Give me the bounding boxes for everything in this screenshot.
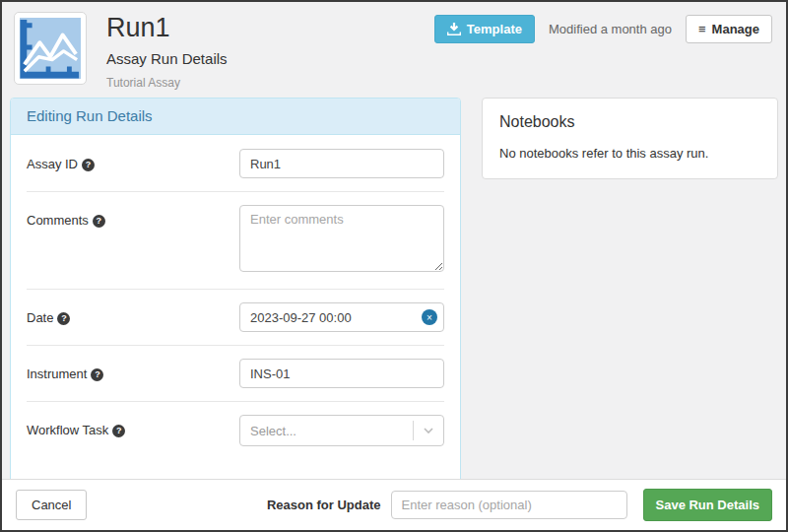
date-input[interactable]	[239, 302, 444, 332]
comments-label-text: Comments	[27, 213, 89, 228]
main-content: Editing Run Details Assay ID? Comments?	[2, 98, 786, 493]
menu-icon: ≡	[698, 22, 706, 36]
date-control: ×	[239, 302, 444, 332]
cancel-button[interactable]: Cancel	[16, 490, 87, 520]
help-icon[interactable]: ?	[93, 215, 105, 228]
instrument-row: Instrument?	[27, 359, 444, 388]
page-header: Run1 Assay Run Details Tutorial Assay Te…	[2, 2, 786, 98]
footer-action-bar: Cancel Reason for Update Save Run Detail…	[2, 479, 786, 530]
row-divider	[27, 401, 444, 402]
help-icon[interactable]: ?	[91, 368, 103, 381]
comments-label: Comments?	[27, 205, 239, 276]
notebooks-heading: Notebooks	[499, 113, 760, 131]
edit-panel-body: Assay ID? Comments?	[11, 135, 460, 492]
instrument-label-text: Instrument	[27, 366, 87, 381]
date-row: Date? ×	[27, 302, 444, 332]
assay-id-row: Assay ID?	[27, 149, 444, 178]
edit-run-details-panel: Editing Run Details Assay ID? Comments?	[10, 98, 461, 493]
instrument-control	[239, 359, 444, 388]
assay-id-label-text: Assay ID	[27, 157, 78, 171]
row-divider	[27, 345, 444, 346]
template-button[interactable]: Template	[434, 15, 535, 43]
row-divider	[27, 191, 444, 192]
comments-textarea[interactable]	[239, 205, 444, 272]
help-icon[interactable]: ?	[112, 425, 125, 437]
manage-button[interactable]: ≡ Manage	[686, 15, 772, 43]
footer-right-group: Reason for Update Save Run Details	[267, 489, 772, 521]
select-placeholder: Select...	[240, 424, 413, 438]
help-icon[interactable]: ?	[82, 159, 95, 171]
notebooks-empty-message: No notebooks refer to this assay run.	[499, 146, 760, 161]
reason-for-update-label: Reason for Update	[267, 498, 381, 512]
comments-control	[239, 205, 444, 276]
instrument-label: Instrument?	[27, 359, 239, 388]
assay-id-control	[239, 149, 444, 178]
template-button-label: Template	[467, 22, 522, 36]
assay-id-label: Assay ID?	[27, 149, 239, 178]
assay-chart-icon	[14, 12, 87, 85]
workflow-task-control: Select...	[239, 415, 444, 446]
assay-id-input[interactable]	[239, 149, 444, 178]
edit-panel-heading: Editing Run Details	[11, 99, 460, 135]
date-label: Date?	[27, 302, 239, 332]
assay-name: Tutorial Assay	[106, 76, 774, 90]
assay-run-details-window: Run1 Assay Run Details Tutorial Assay Te…	[0, 0, 788, 532]
comments-row: Comments?	[27, 205, 444, 276]
line-chart-icon	[20, 18, 81, 79]
manage-button-label: Manage	[712, 22, 759, 36]
workflow-task-label-text: Workflow Task	[27, 423, 108, 437]
date-input-wrapper: ×	[239, 302, 444, 332]
help-icon[interactable]: ?	[57, 312, 70, 325]
modified-timestamp: Modified a month ago	[549, 22, 672, 36]
workflow-task-select[interactable]: Select...	[239, 415, 444, 446]
header-actions: Template Modified a month ago ≡ Manage	[434, 15, 772, 43]
row-divider	[27, 289, 444, 290]
date-label-text: Date	[27, 310, 53, 325]
workflow-task-row: Workflow Task? Select...	[27, 415, 444, 446]
notebooks-panel: Notebooks No notebooks refer to this ass…	[482, 98, 778, 179]
chevron-down-icon	[414, 428, 443, 433]
instrument-input[interactable]	[239, 359, 444, 388]
page-subtitle: Assay Run Details	[106, 50, 774, 67]
workflow-task-label: Workflow Task?	[27, 415, 239, 446]
clear-date-icon[interactable]: ×	[422, 309, 437, 325]
save-run-details-button[interactable]: Save Run Details	[643, 489, 773, 521]
reason-input[interactable]	[391, 491, 627, 519]
download-icon	[447, 23, 461, 35]
